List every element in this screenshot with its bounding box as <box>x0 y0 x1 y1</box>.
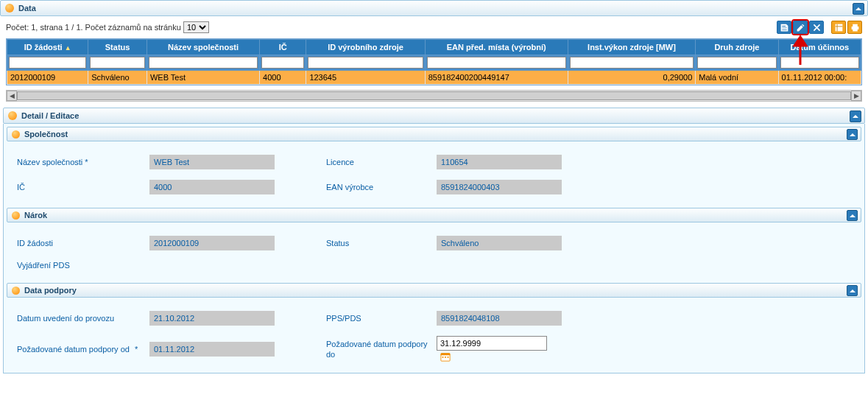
filter-inst-vykon[interactable] <box>570 57 694 69</box>
page-size-select[interactable]: 10 <box>183 21 209 33</box>
section-spolecnost-header: Společnost <box>7 127 861 141</box>
scroll-left-icon[interactable]: ◀ <box>7 91 17 101</box>
collapse-podpora-button[interactable] <box>847 285 858 296</box>
field-licence: 110654 <box>437 155 562 169</box>
filter-nazev[interactable] <box>149 57 258 69</box>
data-grid: ID žádosti▲ Status Název společnosti IČ … <box>6 38 862 85</box>
filter-status[interactable] <box>90 57 145 69</box>
edit-button[interactable] <box>793 21 808 34</box>
panel-data-title: Data <box>18 4 36 13</box>
bullet-icon <box>12 130 20 138</box>
cell-datum: 01.11.2012 00:00: <box>778 71 861 85</box>
label-pps-pds: PPS/PDS <box>326 314 437 323</box>
filter-id-zadosti[interactable] <box>9 57 86 69</box>
filter-id-vyrob[interactable] <box>308 57 423 69</box>
panel-detail-header: Detail / Editace <box>3 108 865 124</box>
svg-rect-4 <box>448 357 449 358</box>
field-pozad-od: 01.11.2012 <box>149 342 275 357</box>
required-star: * <box>135 345 138 354</box>
label-vyjadreni-pds: Vyjádření PDS <box>17 261 149 270</box>
cell-ic: 4000 <box>260 71 306 85</box>
col-status[interactable]: Status <box>88 40 147 55</box>
cell-nazev: WEB Test <box>147 71 259 85</box>
field-id-zadosti: 2012000109 <box>149 236 275 250</box>
calendar-icon[interactable] <box>440 351 451 362</box>
section-narok-header: Nárok <box>7 208 861 222</box>
collapse-detail-button[interactable] <box>850 110 861 122</box>
field-pozad-do-wrap <box>437 336 562 362</box>
delete-button[interactable] <box>809 21 824 34</box>
label-ic: IČ <box>17 183 149 192</box>
col-druh-zdroje[interactable]: Druh zdroje <box>696 40 778 55</box>
label-datum-uvedeni: Datum uvedení do provozu <box>17 313 149 323</box>
field-ic: 4000 <box>149 180 275 194</box>
col-ean[interactable]: EAN před. místa (výrobní) <box>425 40 568 55</box>
col-id-vyrob-zdroje[interactable]: ID výrobního zdroje <box>306 40 425 55</box>
new-button[interactable] <box>777 21 791 34</box>
col-ic[interactable]: IČ <box>260 40 306 55</box>
filter-datum[interactable] <box>780 57 859 69</box>
label-pozad-do: Požadované datum podpory do <box>326 339 437 360</box>
svg-rect-3 <box>445 357 446 358</box>
cell-druh: Malá vodní <box>696 71 778 85</box>
pager-text: Počet: 1, strana 1 / 1. Počet záznamů na… <box>6 23 181 32</box>
input-pozad-do[interactable] <box>437 336 547 351</box>
cell-inst-vykon: 0,29000 <box>568 71 696 85</box>
svg-rect-2 <box>442 357 444 358</box>
label-pozad-od: Požadované datum podpory od * <box>17 344 149 354</box>
bullet-icon <box>8 111 17 120</box>
col-nazev-spolecnosti[interactable]: Název společnosti <box>147 40 259 55</box>
cell-id-vyrob: 123645 <box>306 71 425 85</box>
sort-asc-icon: ▲ <box>65 44 71 52</box>
field-pps-pds: 8591824048108 <box>437 311 562 326</box>
label-licence: Licence <box>326 158 437 166</box>
section-podpora-header: Data podpory <box>7 283 861 298</box>
col-label: ID žádosti <box>24 43 63 52</box>
export-button[interactable] <box>831 21 846 34</box>
horizontal-scrollbar[interactable]: ◀ ▶ <box>6 90 862 102</box>
section-podpora-title: Data podpory <box>24 286 77 295</box>
section-spolecnost-title: Společnost <box>24 130 68 138</box>
pager-toolbar: Počet: 1, strana 1 / 1. Počet záznamů na… <box>0 16 868 38</box>
filter-druh[interactable] <box>697 57 776 69</box>
scroll-thumb[interactable] <box>17 91 851 100</box>
cell-status: Schváleno <box>88 71 147 85</box>
field-status: Schváleno <box>437 236 562 250</box>
section-narok-title: Nárok <box>24 211 47 220</box>
scroll-right-icon[interactable]: ▶ <box>851 91 861 101</box>
table-row[interactable]: 2012000109 Schváleno WEB Test 4000 12364… <box>7 71 861 85</box>
filter-ean[interactable] <box>427 57 566 69</box>
bullet-icon <box>5 4 14 13</box>
bullet-icon <box>12 287 20 295</box>
col-datum-ucin[interactable]: Datum účinnos <box>778 40 861 55</box>
print-button[interactable] <box>847 21 862 34</box>
collapse-spolecnost-button[interactable] <box>847 129 858 140</box>
panel-detail-title: Detail / Editace <box>21 111 79 120</box>
collapse-narok-button[interactable] <box>847 210 858 221</box>
cell-id-zadosti: 2012000109 <box>7 71 88 85</box>
cell-ean: 859182400200449147 <box>425 71 568 85</box>
svg-rect-1 <box>441 354 450 356</box>
label-nazev-spolecnosti: Název společnosti * <box>17 158 149 166</box>
field-datum-uvedeni: 21.10.2012 <box>149 311 275 326</box>
grid-filter-row <box>7 55 861 71</box>
grid-header-row: ID žádosti▲ Status Název společnosti IČ … <box>7 40 861 55</box>
field-ean-vyrobce: 8591824000403 <box>437 180 562 194</box>
col-inst-vykon[interactable]: Inst.výkon zdroje [MW] <box>568 40 696 55</box>
field-nazev-spolecnosti: WEB Test <box>149 155 275 169</box>
label-id-zadosti: ID žádosti <box>17 239 149 248</box>
panel-data-header: Data <box>0 0 868 16</box>
toolbar-buttons <box>775 21 862 34</box>
filter-ic[interactable] <box>261 57 304 69</box>
bullet-icon <box>12 211 20 220</box>
label-ean-vyrobce: EAN výrobce <box>326 183 437 192</box>
col-id-zadosti[interactable]: ID žádosti▲ <box>7 40 88 55</box>
label-pozad-od-text: Požadované datum podpory od <box>17 345 130 354</box>
collapse-data-button[interactable] <box>853 3 864 15</box>
label-status: Status <box>326 239 437 248</box>
